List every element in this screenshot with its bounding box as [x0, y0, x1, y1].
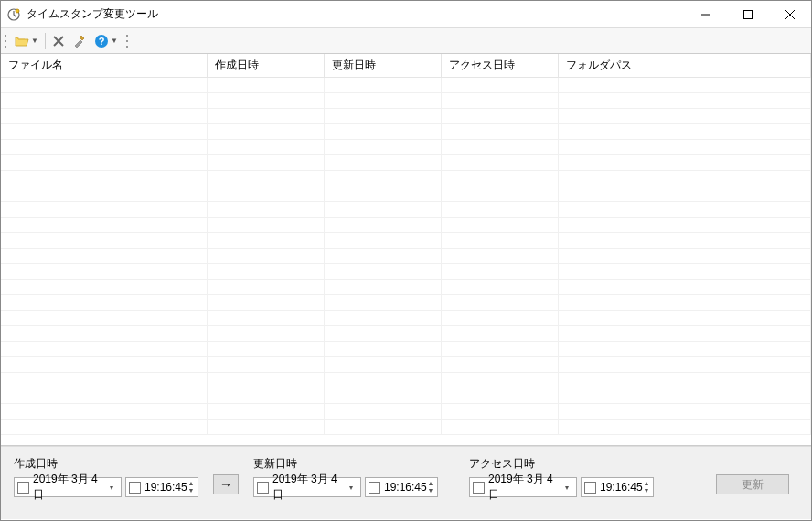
minimize-button[interactable] [685, 1, 727, 27]
dropdown-arrow-icon: ▼ [111, 37, 118, 45]
dropdown-arrow-icon: ▼ [31, 37, 38, 45]
window-controls [685, 1, 811, 27]
table-row[interactable] [1, 388, 811, 404]
open-folder-button[interactable]: ▼ [12, 31, 41, 51]
modified-date-value: 2019年 3月 4日 [272, 472, 345, 503]
created-label: 作成日時 [14, 456, 198, 472]
table-row[interactable] [1, 373, 811, 388]
column-filename[interactable]: ファイル名 [1, 54, 207, 78]
accessed-date-picker[interactable]: 2019年 3月 4日 ▾ [469, 477, 577, 497]
table-row[interactable] [1, 124, 811, 140]
modified-time-checkbox[interactable] [369, 482, 380, 494]
table-row[interactable] [1, 186, 811, 202]
apply-created-button[interactable]: → [213, 474, 239, 494]
delete-icon [52, 35, 65, 48]
svg-rect-3 [744, 10, 753, 18]
created-time-checkbox[interactable] [129, 482, 141, 494]
table-row[interactable] [1, 342, 811, 357]
toolbar-grip [126, 33, 130, 49]
modified-group: 更新日時 2019年 3月 4日 ▾ 19:16:45 ▲▼ [253, 456, 438, 497]
table-row[interactable] [1, 357, 811, 373]
column-accessed[interactable]: アクセス日時 [441, 54, 558, 78]
accessed-date-value: 2019年 3月 4日 [488, 472, 561, 503]
created-date-value: 2019年 3月 4日 [33, 472, 105, 503]
created-time-value: 19:16:45 [144, 481, 187, 494]
table-row[interactable] [1, 93, 811, 109]
settings-button[interactable] [69, 31, 90, 51]
toolbar-separator [45, 33, 46, 49]
file-table[interactable]: ファイル名 作成日時 更新日時 アクセス日時 フォルダパス [1, 54, 811, 435]
table-row[interactable] [1, 264, 811, 280]
tools-icon [72, 34, 87, 48]
delete-button[interactable] [49, 31, 68, 51]
window-title: タイムスタンプ変更ツール [27, 6, 685, 22]
chevron-down-icon: ▾ [561, 484, 573, 492]
modified-date-picker[interactable]: 2019年 3月 4日 ▾ [253, 477, 361, 497]
accessed-group: アクセス日時 2019年 3月 4日 ▾ 19:16:45 ▲▼ [469, 456, 654, 497]
table-row[interactable] [1, 78, 811, 93]
table-row[interactable] [1, 326, 811, 342]
table-row[interactable] [1, 140, 811, 155]
table-row[interactable] [1, 404, 811, 420]
table-row[interactable] [1, 155, 811, 171]
created-group: 作成日時 2019年 3月 4日 ▾ 19:16:45 ▲▼ [14, 456, 198, 497]
column-modified[interactable]: 更新日時 [324, 54, 441, 78]
toolbar: ▼ ? ▼ [1, 28, 811, 54]
toolbar-grip [5, 33, 8, 49]
modified-time-value: 19:16:45 [384, 481, 427, 494]
table-row[interactable] [1, 295, 811, 311]
close-button[interactable] [769, 1, 811, 27]
column-created[interactable]: 作成日時 [207, 54, 324, 78]
spinner-icon[interactable]: ▲▼ [427, 480, 434, 494]
title-bar: タイムスタンプ変更ツール [1, 1, 811, 28]
spinner-icon[interactable]: ▲▼ [643, 480, 650, 494]
modified-label: 更新日時 [253, 456, 438, 472]
table-row[interactable] [1, 233, 811, 249]
table-row[interactable] [1, 202, 811, 218]
table-row[interactable] [1, 420, 811, 435]
table-row[interactable] [1, 109, 811, 124]
svg-text:?: ? [99, 36, 105, 47]
app-icon [6, 7, 21, 22]
help-button[interactable]: ? ▼ [91, 31, 121, 51]
svg-point-1 [16, 9, 19, 13]
accessed-time-checkbox[interactable] [584, 482, 596, 494]
bottom-panel: 作成日時 2019年 3月 4日 ▾ 19:16:45 ▲▼ → 更新日時 20… [1, 446, 811, 519]
accessed-time-picker[interactable]: 19:16:45 ▲▼ [581, 477, 654, 497]
table-row[interactable] [1, 311, 811, 326]
created-date-checkbox[interactable] [17, 482, 29, 494]
chevron-down-icon: ▾ [345, 484, 358, 492]
created-date-picker[interactable]: 2019年 3月 4日 ▾ [14, 477, 122, 497]
modified-time-picker[interactable]: 19:16:45 ▲▼ [365, 477, 438, 497]
maximize-button[interactable] [727, 1, 769, 27]
help-icon: ? [94, 34, 109, 48]
table-row[interactable] [1, 218, 811, 233]
spinner-icon[interactable]: ▲▼ [187, 480, 195, 494]
column-folder[interactable]: フォルダパス [558, 54, 811, 78]
accessed-time-value: 19:16:45 [600, 481, 643, 494]
table-row[interactable] [1, 280, 811, 295]
chevron-down-icon: ▾ [105, 484, 118, 492]
created-time-picker[interactable]: 19:16:45 ▲▼ [125, 477, 198, 497]
update-button[interactable]: 更新 [716, 474, 789, 494]
table-row[interactable] [1, 171, 811, 186]
accessed-label: アクセス日時 [469, 456, 654, 472]
file-list-area: ファイル名 作成日時 更新日時 アクセス日時 フォルダパス [1, 54, 811, 446]
modified-date-checkbox[interactable] [257, 482, 269, 494]
table-row[interactable] [1, 249, 811, 264]
file-table-body [1, 78, 811, 435]
arrow-right-icon: → [219, 477, 232, 492]
accessed-date-checkbox[interactable] [473, 482, 485, 494]
folder-open-icon [15, 34, 29, 48]
